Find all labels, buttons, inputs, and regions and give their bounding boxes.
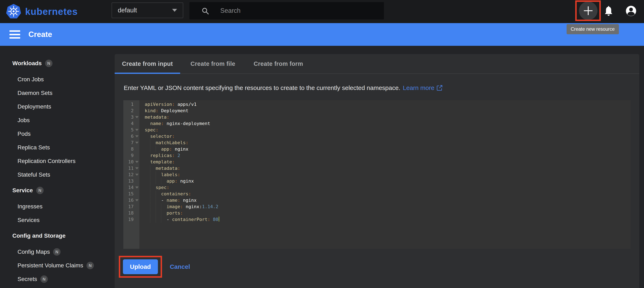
notifications-bell-icon[interactable]	[604, 6, 614, 17]
editor-code-line: matchLabels:	[145, 139, 630, 146]
editor-line-number: 13	[123, 178, 140, 184]
indent-guide	[150, 139, 156, 146]
create-new-resource-button[interactable]	[579, 2, 598, 20]
token-num: 80	[210, 217, 218, 222]
fold-arrow-icon[interactable]	[135, 187, 138, 189]
namespace-selector[interactable]: default	[112, 3, 183, 18]
editor-code-line: apiVersion: apps/v1	[145, 101, 630, 107]
token-key: template	[150, 159, 172, 165]
account-user-icon[interactable]	[625, 5, 637, 17]
indent-guide	[145, 178, 150, 184]
sidebar-item-stateful-sets[interactable]: Stateful Sets	[0, 168, 115, 182]
sidebar-item-jobs[interactable]: Jobs	[0, 113, 115, 127]
sidebar-section-label: Service	[12, 187, 33, 194]
token-num: 2	[175, 153, 180, 158]
kubernetes-dashboard: kubernetes default	[0, 0, 644, 288]
editor-code-line: containers:	[145, 191, 630, 197]
fold-arrow-icon[interactable]	[135, 135, 138, 137]
app-bar: Create	[0, 23, 644, 46]
token-colon: :	[161, 121, 164, 126]
token-key: replicas	[150, 153, 172, 158]
upload-button[interactable]: Upload	[123, 259, 158, 274]
namespaced-badge: N	[86, 262, 94, 269]
editor-line-number: 9	[123, 152, 140, 159]
fold-arrow-icon[interactable]	[135, 161, 138, 163]
sidebar-item-services[interactable]: Services	[0, 213, 115, 227]
token-key: ports	[166, 210, 180, 216]
editor-line-number: 2	[123, 107, 140, 114]
indent-guide	[156, 146, 161, 152]
indent-guide	[145, 133, 150, 139]
sidebar-item-label: Daemon Sets	[18, 90, 52, 96]
token-key: spec	[145, 127, 156, 132]
indent-guide	[145, 172, 150, 178]
sidebar-item-cron-jobs[interactable]: Cron Jobs	[0, 73, 115, 86]
fold-arrow-icon[interactable]	[135, 129, 138, 131]
sidebar-item-label: Cron Jobs	[18, 76, 44, 83]
sidebar-item-replication-controllers[interactable]: Replication Controllers	[0, 154, 115, 168]
sidebar-item-label: Config Maps	[18, 249, 50, 255]
token-val: nginx:	[183, 204, 202, 209]
top-bar: kubernetes default	[0, 0, 644, 23]
indent-guide	[145, 184, 150, 191]
tab-create-from-file[interactable]: Create from file	[180, 54, 246, 73]
sidebar-item-ingresses[interactable]: Ingresses	[0, 200, 115, 213]
token-val: nginx-deployment	[164, 121, 210, 126]
token-colon: :	[172, 102, 174, 107]
sidebar-item-secrets[interactable]: SecretsN	[0, 272, 115, 286]
token-colon: :	[172, 153, 174, 158]
tab-create-from-input[interactable]: Create from input	[115, 54, 180, 73]
form-actions: Upload Cancel	[119, 256, 639, 278]
fold-arrow-icon[interactable]	[135, 116, 138, 118]
token-key: name	[166, 198, 178, 203]
yaml-editor[interactable]: 12345678910111213141516171819 apiVersion…	[123, 100, 630, 249]
indent-guide	[150, 197, 156, 203]
indent-guide	[150, 146, 156, 152]
indent-guide	[156, 210, 161, 216]
token-key: kind	[145, 108, 156, 113]
token-key: app	[166, 179, 175, 184]
editor-code-line: name: nginx-deployment	[145, 120, 630, 127]
indent-guide	[145, 120, 150, 127]
token-colon: :	[156, 127, 158, 132]
indent-guide	[145, 203, 150, 210]
sidebar-item-persistent-volume-claims[interactable]: Persistent Volume ClaimsN	[0, 259, 115, 272]
editor-line-number: 19	[123, 216, 140, 223]
editor-code-line: metadata:	[145, 165, 630, 172]
namespaced-badge: N	[53, 248, 60, 256]
learn-more-link[interactable]: Learn more	[403, 84, 442, 91]
fold-arrow-icon[interactable]	[135, 199, 138, 201]
tab-bar: Create from inputCreate from fileCreate …	[115, 54, 639, 74]
editor-line-number: 7	[123, 139, 140, 146]
editor-line-number: 18	[123, 210, 140, 216]
token-key: containers	[161, 191, 188, 196]
sidebar-item-config-maps[interactable]: Config MapsN	[0, 245, 115, 259]
editor-code-line: kind: Deployment	[145, 107, 630, 114]
sidebar-item-replica-sets[interactable]: Replica Sets	[0, 141, 115, 154]
fold-arrow-icon[interactable]	[135, 142, 138, 144]
editor-line-number: 10	[123, 159, 140, 165]
fold-arrow-icon[interactable]	[135, 167, 138, 169]
namespaced-badge: N	[45, 60, 52, 67]
editor-line-number: 1	[123, 101, 140, 107]
token-colon: :	[186, 140, 188, 145]
editor-code-line: - name: nginx	[145, 197, 630, 203]
cancel-button[interactable]: Cancel	[170, 263, 190, 270]
indent-guide	[161, 210, 166, 216]
editor-code-area[interactable]: apiVersion: apps/v1kind: Deploymentmetad…	[140, 100, 630, 249]
token-key: metadata	[145, 114, 166, 120]
menu-hamburger-icon[interactable]	[10, 30, 20, 39]
sidebar-item-deployments[interactable]: Deployments	[0, 100, 115, 113]
indent-guide	[156, 216, 161, 223]
token-key: containerPort	[172, 217, 207, 222]
brand[interactable]: kubernetes	[6, 0, 78, 23]
search-input[interactable]	[220, 2, 379, 19]
editor-code-line: - containerPort: 80	[145, 216, 630, 223]
namespaced-badge: N	[36, 187, 44, 194]
token-val: Deployment	[158, 108, 188, 113]
sidebar-item-pods[interactable]: Pods	[0, 127, 115, 141]
fold-arrow-icon[interactable]	[135, 174, 138, 176]
sidebar-item-daemon-sets[interactable]: Daemon Sets	[0, 86, 115, 100]
search-icon	[201, 7, 210, 15]
tab-create-from-form[interactable]: Create from form	[246, 54, 311, 73]
